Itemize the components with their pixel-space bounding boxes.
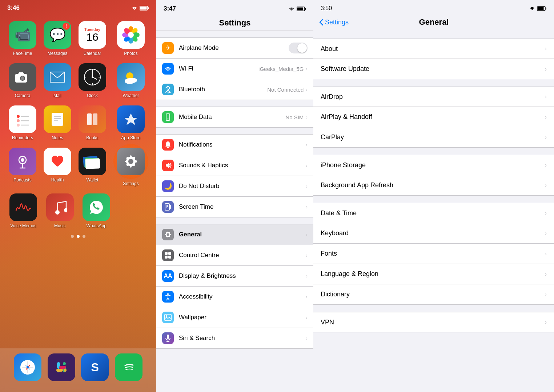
app-photos[interactable]: Photos [113,21,148,56]
app-camera[interactable]: Camera [9,63,36,98]
airplay-chevron: › [545,114,547,120]
general-row-vpn[interactable]: VPN › [313,312,554,332]
svg-rect-75 [167,335,169,339]
settings-row-mobile-data[interactable]: Mobile Data No SIM › [156,107,313,128]
storage-label: iPhone Storage [321,161,545,169]
notifications-label: Notifications [179,141,306,148]
svg-rect-67 [169,205,171,209]
general-row-fonts[interactable]: Fonts › [313,244,554,264]
notes-icon [44,105,71,133]
settings-row-airplane[interactable]: ✈ Airplane Mode [156,37,313,59]
software-update-label: Software Update [321,65,545,73]
app-music[interactable]: Music [45,193,75,228]
dock-slack[interactable] [48,353,75,381]
svg-rect-68 [165,252,168,255]
general-row-language[interactable]: Language & Region › [313,264,554,284]
general-row-dictionary[interactable]: Dictionary › [313,284,554,305]
dock-shazam[interactable]: S [81,353,109,381]
dot-3 [83,235,85,238]
wifi-icon [132,6,137,10]
settings-row-wifi[interactable]: Wi-Fi iGeeks_Media_5G › [156,59,313,79]
language-label: Language & Region [321,270,545,278]
settings-row-general[interactable]: General › [156,224,313,245]
airplane-toggle[interactable] [289,43,308,53]
general-label: General [179,231,306,238]
app-facetime[interactable]: 📹 FaceTime [9,21,36,56]
display-chevron: › [306,273,308,279]
general-row-keyboard[interactable]: Keyboard › [313,223,554,244]
mobile-data-icon-wrap [162,111,174,123]
app-calendar[interactable]: Tuesday 16 Calendar [79,21,106,56]
airplane-icon-wrap: ✈ [162,42,174,54]
settings-row-notifications[interactable]: Notifications › [156,134,313,155]
wallet-label: Wallet [87,177,99,183]
app-whatsapp[interactable]: WhatsApp [82,193,111,228]
bluetooth-value: Not Connected [267,87,304,93]
settings-row-dnd[interactable]: 🌙 Do Not Disturb › [156,176,313,197]
vpn-label: VPN [321,319,545,326]
app-wallet[interactable]: Wallet [79,148,106,186]
health-icon [44,148,71,175]
settings-row-screentime[interactable]: Screen Time › [156,197,313,217]
svg-rect-79 [546,8,546,9]
notifications-icon [165,141,171,149]
general-row-airdrop[interactable]: AirDrop › [313,87,554,107]
svg-point-27 [17,119,20,122]
battery-icon [140,6,149,11]
home-time: 3:46 [7,4,20,12]
siri-icon-wrap [162,332,174,344]
settings-wifi-icon [289,7,294,11]
settings-title: Settings [156,15,313,31]
app-notes[interactable]: Notes [44,105,71,140]
settings-row-wallpaper[interactable]: Wallpaper › [156,307,313,328]
carplay-label: CarPlay [321,133,545,141]
sounds-icon [164,161,172,169]
dock-spotify[interactable] [115,353,142,381]
general-time: 3:50 [321,5,332,12]
app-appstore[interactable]: App Store [113,105,148,140]
app-weather[interactable]: Weather [113,63,148,98]
app-messages[interactable]: 💬 ! Messages [44,21,71,56]
health-label: Health [51,177,64,183]
messages-icon: 💬 ! [44,21,71,49]
podcasts-icon [9,148,36,175]
app-clock[interactable]: Clock [79,63,106,98]
settings-row-display[interactable]: AA Display & Brightness › [156,266,313,287]
app-podcasts[interactable]: Podcasts [9,148,36,186]
airplane-label: Airplane Mode [179,44,289,52]
app-mail[interactable]: Mail [44,63,71,98]
settings-row-sounds[interactable]: Sounds & Haptics › [156,155,313,176]
shazam-dock-icon: S [81,353,109,381]
app-settings[interactable]: Settings [113,148,148,186]
general-row-bg-refresh[interactable]: Background App Refresh › [313,175,554,196]
keyboard-chevron: › [545,230,547,237]
app-health[interactable]: Health [44,148,71,186]
general-row-storage[interactable]: iPhone Storage › [313,155,554,175]
app-voice-memos[interactable]: Voice Memos [9,193,38,228]
settings-row-control-centre[interactable]: Control Centre › [156,245,313,266]
general-row-carplay[interactable]: CarPlay › [313,127,554,148]
wallpaper-label: Wallpaper [179,314,306,321]
settings-row-bluetooth[interactable]: Bluetooth Not Connected › [156,79,313,100]
settings-row-accessibility[interactable]: Accessibility › [156,287,313,307]
wallpaper-icon [164,314,172,321]
svg-point-38 [21,158,24,162]
dictionary-label: Dictionary [321,291,545,298]
svg-rect-73 [165,314,171,321]
datetime-label: Date & Time [321,209,545,217]
general-row-software-update[interactable]: Software Update › [313,59,554,79]
app-reminders[interactable]: Reminders [9,105,36,140]
settings-row-siri[interactable]: Siri & Search › [156,328,313,349]
general-back-button[interactable]: Settings [319,19,349,26]
app-books[interactable]: Books [79,105,106,140]
back-chevron-icon [319,19,324,26]
books-label: Books [86,135,98,140]
general-row-datetime[interactable]: Date & Time › [313,203,554,223]
books-icon [79,105,106,133]
dock-safari[interactable] [14,353,41,381]
page-dots [0,235,156,238]
general-row-airplay[interactable]: AirPlay & Handoff › [313,107,554,127]
control-centre-chevron: › [306,252,308,258]
home-status-icons [132,6,149,11]
general-row-about[interactable]: About › [313,39,554,59]
